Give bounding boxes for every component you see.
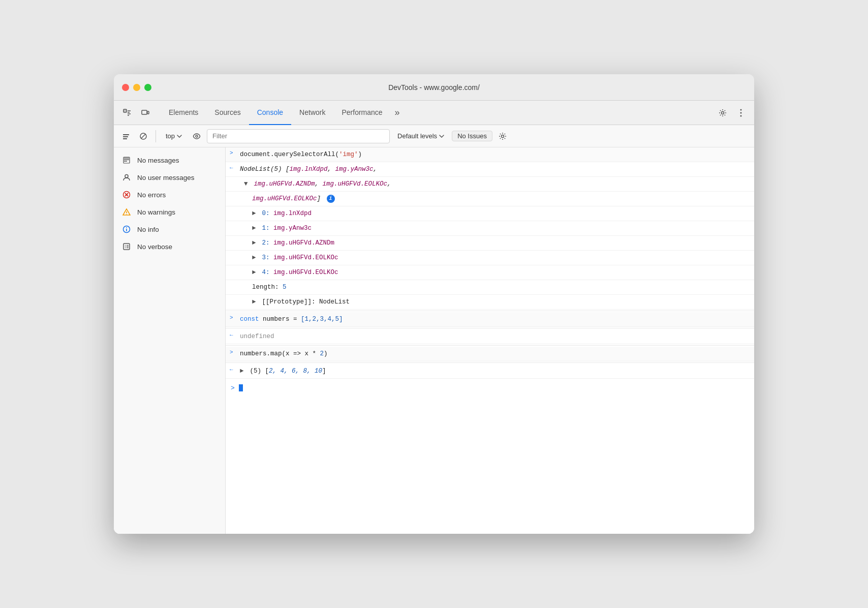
svg-point-18: [501, 135, 504, 137]
tab-elements[interactable]: Elements: [161, 101, 206, 125]
console-line-15: ← ► (5) [2, 4, 6, 8, 10]: [226, 364, 754, 379]
user-icon: [122, 173, 131, 182]
minimize-button[interactable]: [133, 84, 140, 91]
sidebar-label-info: No info: [137, 226, 159, 233]
sidebar-label-verbose: No verbose: [137, 243, 172, 251]
tab-console[interactable]: Console: [249, 101, 291, 125]
console-line-11: ► [[Prototype]]: NodeList: [226, 295, 754, 310]
settings-gear-icon[interactable]: [716, 106, 730, 120]
console-content-9: ► 4: img.uHGFVd.EOLKOc: [252, 267, 750, 278]
tab-bar: Elements Sources Console Network Perform…: [114, 101, 754, 125]
svg-point-9: [740, 109, 742, 110]
error-icon: [122, 190, 131, 199]
console-prompt[interactable]: >: [226, 379, 754, 397]
tab-network[interactable]: Network: [291, 101, 333, 125]
eye-icon[interactable]: [190, 129, 204, 143]
console-content-2: NodeList(5) [img.lnXdpd, img.yAnw3c,: [240, 164, 750, 174]
svg-line-16: [141, 134, 146, 138]
sidebar-item-user-messages[interactable]: No user messages: [114, 169, 225, 186]
no-issues-badge[interactable]: No Issues: [452, 131, 492, 141]
svg-point-28: [126, 214, 127, 215]
svg-point-17: [196, 135, 198, 137]
console-line-4: img.uHGFVd.EOLKOc] i: [226, 192, 754, 206]
expand-arrow[interactable]: ▼: [244, 179, 250, 189]
console-line-2: ← NodeList(5) [img.lnXdpd, img.yAnw3c,: [226, 162, 754, 177]
collapse-arrow-4[interactable]: ►: [252, 267, 258, 278]
output-prefix-6: [242, 223, 252, 224]
output-prefix-11: [242, 297, 252, 297]
console-content-14: numbers.map(x => x * 2): [240, 349, 750, 359]
more-options-icon[interactable]: [734, 106, 748, 120]
sidebar-item-messages[interactable]: No messages: [114, 151, 225, 169]
tab-sources[interactable]: Sources: [206, 101, 249, 125]
close-button[interactable]: [122, 84, 129, 91]
collapse-arrow-1[interactable]: ►: [252, 223, 258, 233]
svg-rect-13: [123, 136, 128, 137]
sidebar-item-errors[interactable]: No errors: [114, 186, 225, 203]
inspect-element-icon[interactable]: [120, 106, 134, 120]
tab-performance[interactable]: Performance: [333, 101, 390, 125]
sidebar-item-info[interactable]: No info: [114, 221, 225, 238]
console-line-7: ► 2: img.uHGFVd.AZNDm: [226, 236, 754, 251]
svg-rect-7: [147, 111, 149, 114]
sidebar-label-errors: No errors: [137, 191, 166, 199]
collapse-arrow-2[interactable]: ►: [252, 238, 258, 248]
main-area: No messages No user messages: [114, 147, 754, 534]
output-prefix-15: ←: [230, 366, 240, 373]
collapse-arrow-3[interactable]: ►: [252, 253, 258, 263]
console-content-12: const numbers = [1,2,3,4,5]: [240, 314, 750, 324]
console-settings-icon[interactable]: [495, 129, 510, 143]
console-content-11: ► [[Prototype]]: NodeList: [252, 297, 750, 307]
context-selector[interactable]: top: [161, 131, 187, 141]
console-line-1: > document.querySelectorAll('img'): [226, 147, 754, 162]
console-line-6: ► 1: img.yAnw3c: [226, 221, 754, 236]
output-prefix-10: [242, 282, 252, 283]
console-line-9: ► 4: img.uHGFVd.EOLKOc: [226, 265, 754, 280]
console-line-13: ← undefined: [226, 329, 754, 344]
console-line-10: length: 5: [226, 280, 754, 295]
block-icon[interactable]: [136, 129, 150, 143]
output-prefix-5: [242, 208, 252, 209]
sidebar-item-warnings[interactable]: No warnings: [114, 203, 225, 221]
svg-rect-1: [124, 110, 126, 112]
console-line-14: > numbers.map(x => x * 2): [226, 347, 754, 361]
toolbar-divider-1: [156, 130, 156, 142]
output-prefix-3: [234, 179, 244, 179]
console-content-6: ► 1: img.yAnw3c: [252, 223, 750, 233]
console-line-12: > const numbers = [1,2,3,4,5]: [226, 312, 754, 327]
svg-point-10: [740, 112, 742, 113]
console-content-10: length: 5: [252, 282, 750, 292]
console-content-13: undefined: [240, 331, 750, 342]
default-levels-dropdown[interactable]: Default levels: [393, 131, 449, 141]
sidebar-label-warnings: No warnings: [137, 208, 175, 216]
svg-point-35: [125, 248, 126, 249]
console-content-3: ▼ img.uHGFVd.AZNDm, img.uHGFVd.EOLKOc,: [244, 179, 750, 189]
more-tabs-button[interactable]: »: [391, 101, 404, 125]
console-output[interactable]: > document.querySelectorAll('img') ← Nod…: [226, 147, 754, 534]
clear-console-icon[interactable]: [119, 129, 133, 143]
collapse-arrow-proto[interactable]: ►: [252, 297, 258, 307]
filter-input[interactable]: [207, 129, 390, 143]
separator-1: [226, 311, 754, 311]
console-line-8: ► 3: img.uHGFVd.EOLKOc: [226, 251, 754, 265]
collapse-arrow-result[interactable]: ►: [240, 366, 246, 376]
output-prefix-7: [242, 238, 252, 238]
console-line-5: ► 0: img.lnXdpd: [226, 206, 754, 221]
info-icon: [122, 225, 131, 234]
output-prefix-9: [242, 267, 252, 268]
collapse-arrow-0[interactable]: ►: [252, 208, 258, 219]
output-prefix-8: [242, 253, 252, 253]
console-content-7: ► 2: img.uHGFVd.AZNDm: [252, 238, 750, 248]
console-content-5: ► 0: img.lnXdpd: [252, 208, 750, 219]
tab-icons: [120, 106, 152, 120]
input-prefix-1: >: [230, 149, 240, 156]
input-prefix-12: >: [230, 314, 240, 321]
maximize-button[interactable]: [144, 84, 151, 91]
info-badge: i: [327, 195, 335, 203]
console-content-15: ► (5) [2, 4, 6, 8, 10]: [240, 366, 750, 376]
sidebar-item-verbose[interactable]: No verbose: [114, 238, 225, 255]
prompt-chevron: >: [231, 384, 235, 392]
cursor: [239, 384, 243, 391]
device-toolbar-icon[interactable]: [138, 106, 152, 120]
svg-rect-6: [142, 110, 147, 114]
